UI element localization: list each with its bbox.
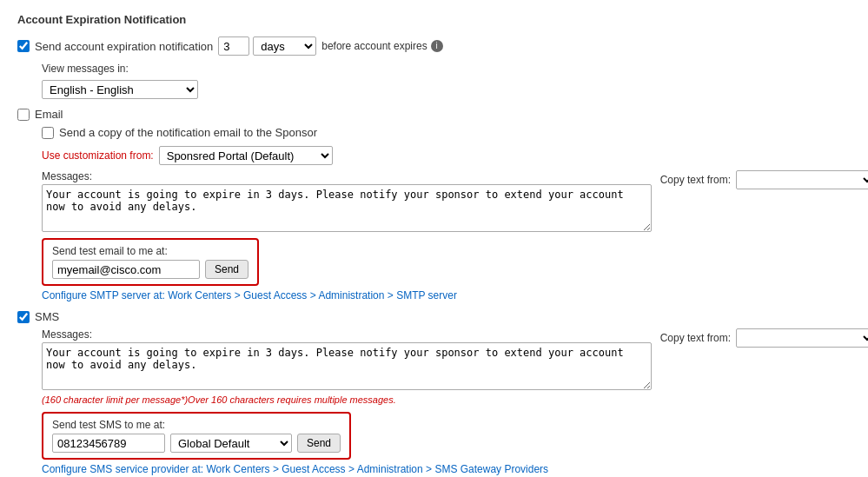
view-messages-row: View messages in: [42, 63, 851, 75]
configure-smtp-text: Configure SMTP server at: Work Centers >… [42, 289, 851, 301]
sms-messages-label: Messages: [42, 328, 652, 341]
configure-sms-text: Configure SMS service provider at: Work … [42, 463, 851, 475]
info-icon[interactable]: i [431, 40, 443, 52]
language-select[interactable]: English - English Spanish - Español Fren… [42, 80, 198, 99]
sponsor-copy-checkbox[interactable] [42, 127, 54, 139]
test-sms-label: Send test SMS to me at: [52, 419, 341, 431]
sms-work-centers-link[interactable]: Work Centers [206, 463, 269, 475]
sms-checkbox[interactable] [17, 311, 30, 323]
test-email-label: Send test email to me at: [52, 245, 248, 257]
administration-link[interactable]: Administration [318, 289, 384, 301]
view-messages-label: View messages in: [42, 63, 129, 75]
sms-messages-row: Messages: Copy text from: [42, 328, 868, 393]
sms-copy-text-label: Copy text from: [660, 332, 731, 344]
sms-character-note: (160 character limit per message*)Over 1… [42, 394, 851, 405]
work-centers-link[interactable]: Work Centers [168, 289, 231, 301]
test-sms-box: Send test SMS to me at: Global Default C… [42, 412, 351, 460]
test-email-box: Send test email to me at: Send [42, 238, 259, 286]
guest-access-link[interactable]: Guest Access [243, 289, 307, 301]
send-notification-label: Send account expiration notification [35, 40, 213, 53]
sponsor-copy-label: Send a copy of the notification email to… [59, 126, 317, 139]
email-checkbox[interactable] [17, 109, 30, 121]
configure-smtp-prefix: Configure SMTP server at: [42, 289, 168, 301]
smtp-server-link[interactable]: SMTP server [396, 289, 457, 301]
send-sms-button[interactable]: Send [297, 434, 341, 453]
email-messages-textarea[interactable] [42, 184, 652, 232]
email-copy-text-select[interactable] [736, 170, 868, 189]
test-sms-input[interactable] [52, 434, 165, 453]
test-sms-input-row: Global Default Custom Gateway Send [52, 434, 341, 453]
sms-copy-text-select[interactable] [736, 328, 868, 348]
before-label: before account expires [321, 40, 427, 52]
test-email-input[interactable] [52, 260, 200, 279]
sms-label: SMS [35, 310, 59, 323]
customization-portal-select[interactable]: Sponsred Portal (Default) Custom Portal [159, 146, 333, 165]
section-title: Account Expiration Notification [17, 13, 851, 26]
email-copy-text-label: Copy text from: [660, 174, 731, 186]
configure-sms-prefix: Configure SMS service provider at: [42, 463, 206, 475]
email-label: Email [35, 108, 63, 121]
send-notification-checkbox[interactable] [17, 40, 30, 52]
days-input[interactable] [218, 36, 249, 56]
days-unit-select[interactable]: days weeks months [253, 36, 316, 56]
use-customization-label: Use customization from: [42, 149, 154, 162]
use-customization-row: Use customization from: Sponsred Portal … [42, 146, 851, 165]
sms-messages-textarea[interactable] [42, 342, 652, 390]
sms-gateway-select[interactable]: Global Default Custom Gateway [170, 434, 292, 453]
sms-guest-access-link[interactable]: Guest Access [282, 463, 345, 475]
test-email-input-row: Send [52, 260, 248, 279]
email-messages-label: Messages: [42, 170, 652, 182]
sms-administration-link[interactable]: Administration [357, 463, 423, 475]
email-messages-row: Messages: Copy text from: [42, 170, 868, 235]
send-email-button[interactable]: Send [205, 260, 248, 279]
sms-gateway-providers-link[interactable]: SMS Gateway Providers [434, 463, 548, 475]
